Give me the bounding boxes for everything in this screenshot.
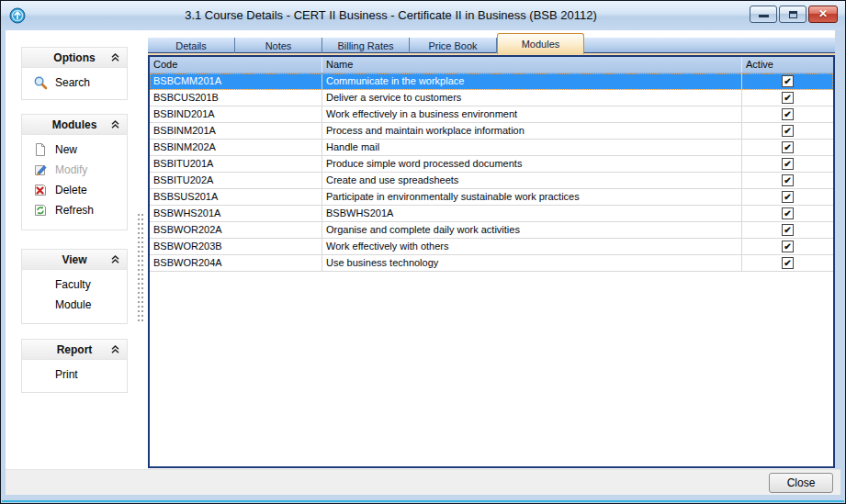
sidebar-item-label: Refresh xyxy=(55,204,94,217)
new-document-icon xyxy=(33,142,48,157)
checkbox-checked-icon[interactable] xyxy=(782,125,794,137)
panel-options-header[interactable]: Options xyxy=(22,48,127,68)
column-header-code[interactable]: Code xyxy=(150,57,322,73)
table-row[interactable]: BSBWOR203B Work effectively with others xyxy=(150,239,833,255)
cell-active xyxy=(742,140,833,155)
cell-name: Produce simple word processed documents xyxy=(322,156,742,172)
close-icon: ✕ xyxy=(809,6,837,22)
tab-details[interactable]: Details xyxy=(148,38,235,53)
course-details-window: 3.1 Course Details - CERT II Business - … xyxy=(0,0,846,504)
cell-active xyxy=(742,156,833,172)
tab-bar: Details Notes Billing Rates Price Book M… xyxy=(148,38,835,53)
table-row[interactable]: BSBWOR202A Organise and complete daily w… xyxy=(150,222,833,239)
panel-modules-header[interactable]: Modules xyxy=(22,115,127,135)
grid-body: BSBCMM201A Communicate in the workplace … xyxy=(150,73,833,272)
panel-report-header[interactable]: Report xyxy=(22,340,127,360)
sidebar-item-label: Faculty xyxy=(55,278,91,291)
checkbox-checked-icon[interactable] xyxy=(782,207,794,219)
tab-billing-rates[interactable]: Billing Rates xyxy=(322,38,410,53)
checkbox-checked-icon[interactable] xyxy=(782,141,794,153)
sidebar-item-print[interactable]: Print xyxy=(22,364,127,385)
cell-active xyxy=(742,90,833,106)
sidebar-item-modify[interactable]: Modify xyxy=(22,160,127,180)
cell-code: BSBWOR202A xyxy=(150,222,322,238)
table-row[interactable]: BSBCMM201A Communicate in the workplace xyxy=(150,73,833,90)
cell-active xyxy=(742,123,833,139)
cell-name: Deliver a service to customers xyxy=(322,90,742,106)
sidebar-item-label: Print xyxy=(55,368,78,381)
cell-name: Organise and complete daily work activit… xyxy=(322,222,742,238)
table-row[interactable]: BSBITU202A Create and use spreadsheets xyxy=(150,173,833,189)
table-row[interactable]: BSBINM201A Process and maintain workplac… xyxy=(150,123,833,140)
checkbox-checked-icon[interactable] xyxy=(782,174,794,186)
cell-name: Handle mail xyxy=(322,140,742,155)
column-header-name[interactable]: Name xyxy=(322,57,742,73)
cell-name: Work effectively in a business environme… xyxy=(322,106,742,122)
cell-code: BSBINM202A xyxy=(150,140,322,155)
sidebar-item-refresh[interactable]: Refresh xyxy=(22,200,127,220)
checkbox-checked-icon[interactable] xyxy=(782,224,794,236)
panel-view-title: View xyxy=(62,253,86,266)
table-row[interactable]: BSBCUS201B Deliver a service to customer… xyxy=(150,90,833,106)
table-row[interactable]: BSBSUS201A Participate in environmentall… xyxy=(150,189,833,206)
table-row[interactable]: BSBWHS201A BSBWHS201A xyxy=(150,206,833,222)
checkbox-checked-icon[interactable] xyxy=(782,158,794,170)
sidebar-item-module[interactable]: Module xyxy=(22,295,127,315)
cell-code: BSBINM201A xyxy=(150,123,322,139)
table-row[interactable]: BSBINM202A Handle mail xyxy=(150,140,833,156)
tab-label: Notes xyxy=(265,40,292,51)
cell-active xyxy=(742,239,833,254)
checkbox-checked-icon[interactable] xyxy=(782,191,794,203)
minimize-icon xyxy=(759,15,769,17)
checkbox-checked-icon[interactable] xyxy=(782,241,794,252)
cell-active xyxy=(742,73,833,89)
panel-view-header[interactable]: View xyxy=(22,250,127,270)
cell-code: BSBCMM201A xyxy=(150,73,322,89)
sidebar-item-new[interactable]: New xyxy=(22,140,127,160)
cell-active xyxy=(742,222,833,238)
table-row[interactable]: BSBITU201A Produce simple word processed… xyxy=(150,156,833,173)
tab-price-book[interactable]: Price Book xyxy=(410,38,497,53)
collapse-chevron-icon[interactable] xyxy=(110,119,120,129)
sidebar-item-faculty[interactable]: Faculty xyxy=(22,274,127,295)
table-row[interactable]: BSBIND201A Work effectively in a busines… xyxy=(150,106,833,123)
collapse-chevron-icon[interactable] xyxy=(110,344,120,354)
panel-options-title: Options xyxy=(53,51,95,64)
splitter-dots xyxy=(141,214,143,324)
checkbox-checked-icon[interactable] xyxy=(782,257,794,269)
tab-label: Billing Rates xyxy=(337,40,393,51)
panel-report: Report Print xyxy=(21,339,128,393)
cell-active xyxy=(742,189,833,205)
close-window-button[interactable]: ✕ xyxy=(808,6,838,23)
window-controls: ✕ xyxy=(750,6,838,23)
table-row[interactable]: BSBWOR204A Use business technology xyxy=(150,255,833,272)
cell-name: Use business technology xyxy=(322,255,742,271)
app-icon xyxy=(9,7,26,24)
minimize-button[interactable] xyxy=(750,6,777,23)
checkbox-checked-icon[interactable] xyxy=(782,108,794,120)
panel-modules-title: Modules xyxy=(52,118,97,131)
tab-modules[interactable]: Modules xyxy=(497,33,584,54)
sidebar-splitter[interactable] xyxy=(138,214,144,324)
checkbox-checked-icon[interactable] xyxy=(782,92,794,104)
column-header-active[interactable]: Active xyxy=(742,57,833,73)
tab-notes[interactable]: Notes xyxy=(235,38,322,53)
active-tab-underline xyxy=(148,53,835,55)
maximize-button[interactable] xyxy=(779,6,807,23)
sidebar-item-label: New xyxy=(55,143,77,156)
sidebar-item-search[interactable]: Search xyxy=(22,73,127,93)
sidebar-item-delete[interactable]: Delete xyxy=(22,180,127,200)
collapse-chevron-icon[interactable] xyxy=(110,254,120,264)
titlebar: 3.1 Course Details - CERT II Business - … xyxy=(1,1,845,30)
close-button[interactable]: Close xyxy=(769,473,833,493)
cell-name: Work effectively with others xyxy=(322,239,742,254)
cell-active xyxy=(742,106,833,122)
checkbox-checked-icon[interactable] xyxy=(782,75,794,87)
panel-view: View Faculty Module xyxy=(21,249,128,324)
tab-label: Details xyxy=(175,40,207,51)
cell-code: BSBITU202A xyxy=(150,173,322,188)
collapse-chevron-icon[interactable] xyxy=(110,52,120,62)
cell-active xyxy=(742,206,833,221)
cell-code: BSBITU201A xyxy=(150,156,322,172)
footer-bar: Close xyxy=(6,469,840,495)
